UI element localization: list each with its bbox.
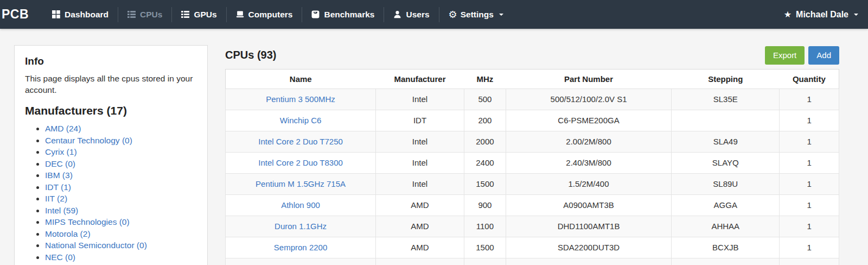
cpu-row: Intel Core 2 Duo T8300 Intel 2400 2.40/3… xyxy=(226,153,839,174)
cpu-table: Name Manufacturer MHz Part Number Steppi… xyxy=(225,69,839,265)
user-icon xyxy=(393,10,401,18)
nav-item-cpus[interactable]: CPUs xyxy=(118,7,171,22)
column-header-stepping: Stepping xyxy=(672,70,780,89)
laptop-icon xyxy=(236,10,244,18)
add-button[interactable]: Add xyxy=(808,46,839,65)
manufacturer-link[interactable]: NEC (0) xyxy=(45,253,75,262)
cpu-part-number-cell: 500/512/100/2.0V S1 xyxy=(506,89,671,110)
cpu-part-number-cell: 1.5/2M/400 xyxy=(506,174,671,195)
manufacturer-link[interactable]: IBM (3) xyxy=(45,171,73,180)
cpu-mhz-cell: 200 xyxy=(464,110,506,131)
cpu-row-partial xyxy=(226,258,839,265)
user-menu[interactable]: ★ Michael Dale xyxy=(784,10,858,20)
cpu-mhz-cell: 2400 xyxy=(464,153,506,174)
cpu-name-link[interactable]: Pentium M 1.5GHz 715A xyxy=(256,179,346,188)
manufacturer-item: National Semiconductor (0) xyxy=(45,239,197,251)
cpu-part-number-cell: 2.40/3M/800 xyxy=(506,153,671,174)
manufacturer-item: Centaur Technology (0) xyxy=(45,135,197,147)
gear-icon: ⚙ xyxy=(449,10,457,20)
cpu-name-link[interactable]: Intel Core 2 Duo T7250 xyxy=(258,137,343,146)
manufacturer-link[interactable]: IIT (2) xyxy=(45,194,67,203)
cpu-part-number-cell: A0900AMT3B xyxy=(506,195,671,216)
manufacturer-link[interactable]: National Semiconductor (0) xyxy=(45,241,147,250)
cpu-quantity-cell: 1 xyxy=(780,174,839,195)
cpu-mhz-cell: 500 xyxy=(464,89,506,110)
info-title: Info xyxy=(25,55,197,67)
cpu-name-link[interactable]: Winchip C6 xyxy=(280,116,322,125)
grid-icon xyxy=(52,10,60,18)
nav-item-users[interactable]: Users xyxy=(384,7,438,22)
cpu-row: Pentium M 1.5GHz 715A Intel 1500 1.5/2M/… xyxy=(226,174,839,195)
info-sidebar: Info This page displays all the cpus sto… xyxy=(14,45,208,265)
cpu-quantity-cell: 1 xyxy=(780,237,839,258)
column-header-name: Name xyxy=(226,70,376,89)
cpu-manufacturer-cell: AMD xyxy=(376,216,464,237)
benchmark-scale-icon xyxy=(311,10,320,18)
cpu-quantity-cell: 1 xyxy=(780,110,839,131)
export-button[interactable]: Export xyxy=(765,46,805,65)
cpu-stepping-cell: SLA49 xyxy=(672,131,780,153)
manufacturer-item: IIT (2) xyxy=(45,193,197,205)
cpu-name-link[interactable]: Sempron 2200 xyxy=(274,243,327,252)
manufacturer-link[interactable]: MIPS Technologies (0) xyxy=(45,217,130,226)
nav-item-label: Dashboard xyxy=(65,10,108,20)
manufacturer-item: Motorola (2) xyxy=(45,228,197,240)
toolbar: CPUs (93) Export Add xyxy=(225,46,839,65)
nav-item-label: Computers xyxy=(248,10,293,20)
cpu-row: Sempron 2200 AMD 1500 SDA2200DUT3D BCXJB… xyxy=(226,237,839,258)
user-name: Michael Dale xyxy=(796,10,848,20)
manufacturer-link[interactable]: IDT (1) xyxy=(45,182,71,192)
cpu-mhz-cell: 2000 xyxy=(464,131,506,153)
cpu-stepping-cell: AHHAA xyxy=(672,216,780,237)
table-header-row: Name Manufacturer MHz Part Number Steppi… xyxy=(226,70,839,89)
nav-item-benchmarks[interactable]: Benchmarks xyxy=(302,7,384,22)
cpu-manufacturer-cell: AMD xyxy=(376,195,464,216)
cpu-part-number-cell: C6-PSME200GA xyxy=(506,110,671,131)
cpu-name-link[interactable]: Intel Core 2 Duo T8300 xyxy=(258,158,343,167)
list-icon xyxy=(127,10,136,18)
manufacturer-link[interactable]: Intel (59) xyxy=(45,206,78,215)
nav-item-dashboard[interactable]: Dashboard xyxy=(43,7,118,22)
column-header-part-number: Part Number xyxy=(506,70,671,89)
column-header-manufacturer: Manufacturer xyxy=(376,70,464,89)
cpu-mhz-cell: 1500 xyxy=(464,237,506,258)
manufacturer-link[interactable]: Cyrix (1) xyxy=(45,147,77,156)
column-header-quantity: Quantity xyxy=(780,70,839,89)
manufacturer-item: IDT (1) xyxy=(45,181,197,193)
manufacturers-list: AMD (24) Centaur Technology (0) Cyrix (1… xyxy=(25,123,197,265)
manufacturer-item: MIPS Technologies (0) xyxy=(45,216,197,228)
main-content: CPUs (93) Export Add Name Manufacturer M… xyxy=(225,46,839,265)
manufacturer-item: IBM (3) xyxy=(45,169,197,181)
nav-item-computers[interactable]: Computers xyxy=(226,7,302,22)
nav-item-settings[interactable]: ⚙ Settings xyxy=(439,7,513,22)
cpu-manufacturer-cell: Intel xyxy=(376,89,464,110)
cpu-mhz-cell: 1500 xyxy=(464,174,506,195)
brand-logo[interactable]: PCB xyxy=(0,7,29,22)
manufacturer-item: DEC (0) xyxy=(45,158,197,170)
cpu-row: Pentium 3 500MHz Intel 500 500/512/100/2… xyxy=(226,89,839,110)
manufacturer-link[interactable]: AMD (24) xyxy=(45,124,81,133)
page-title: CPUs (93) xyxy=(225,49,276,61)
navbar: PCB Dashboard CPUs GPUs Computers xyxy=(0,0,868,29)
cpu-row: Winchip C6 IDT 200 C6-PSME200GA 1 xyxy=(226,110,839,131)
nav-item-label: Users xyxy=(406,10,429,20)
cpu-manufacturer-cell: IDT xyxy=(376,110,464,131)
cpu-name-link[interactable]: Athlon 900 xyxy=(281,200,320,210)
nav-item-label: Settings xyxy=(461,10,494,20)
star-icon: ★ xyxy=(784,10,792,19)
cpu-quantity-cell: 1 xyxy=(780,131,839,153)
chevron-down-icon xyxy=(499,14,503,16)
manufacturer-link[interactable]: Centaur Technology (0) xyxy=(45,136,132,145)
nav-item-gpus[interactable]: GPUs xyxy=(171,7,226,22)
manufacturer-link[interactable]: DEC (0) xyxy=(45,159,75,168)
cpu-manufacturer-cell: Intel xyxy=(376,131,464,153)
cpu-quantity-cell: 1 xyxy=(780,195,839,216)
cpu-name-link[interactable]: Pentium 3 500MHz xyxy=(266,94,335,104)
cpu-part-number-cell: DHD1100AMT1B xyxy=(506,216,671,237)
manufacturers-title: Manufacturers (17) xyxy=(25,104,197,117)
cpu-mhz-cell: 1100 xyxy=(464,216,506,237)
cpu-manufacturer-cell: AMD xyxy=(376,237,464,258)
manufacturer-link[interactable]: Motorola (2) xyxy=(45,229,91,238)
cpu-name-link[interactable]: Duron 1.1GHz xyxy=(275,222,327,231)
cpu-stepping-cell: SL89U xyxy=(672,174,780,195)
